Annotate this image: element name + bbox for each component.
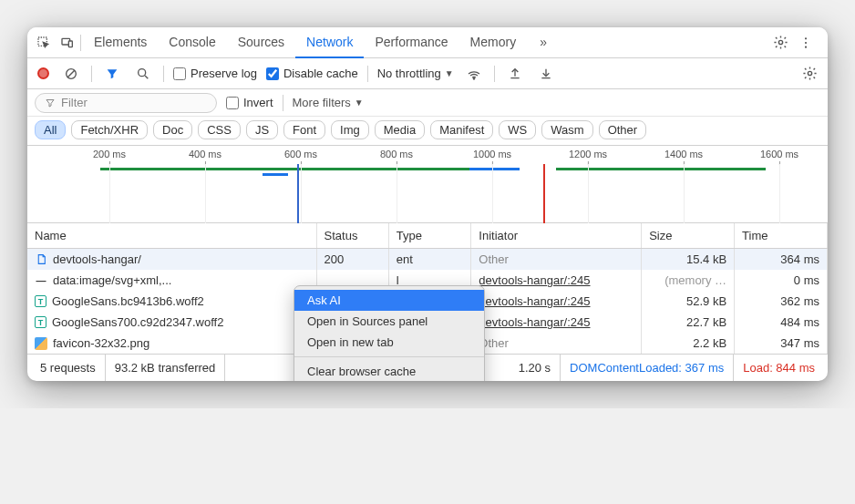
timeline-tick: 1600 ms	[760, 149, 798, 159]
download-har-icon[interactable]	[535, 63, 557, 85]
chip-css[interactable]: CSS	[198, 120, 241, 139]
svg-point-3	[778, 40, 782, 44]
timeline-overview[interactable]: 200 ms400 ms600 ms800 ms1000 ms1200 ms14…	[27, 146, 828, 223]
clear-icon[interactable]	[60, 63, 82, 85]
filter-placeholder: Filter	[61, 96, 88, 109]
svg-point-11	[473, 77, 474, 78]
col-time[interactable]: Time	[735, 223, 828, 249]
ctx-ask-ai[interactable]: Ask AI	[294, 290, 484, 311]
timeline-tick: 1400 ms	[664, 149, 703, 159]
tab-memory[interactable]: Memory	[459, 27, 528, 58]
invert-checkbox[interactable]: Invert	[226, 96, 273, 109]
filter-input[interactable]: Filter	[35, 93, 217, 113]
filter-row: Filter Invert More filters▼	[27, 89, 828, 117]
devtools-window: ElementsConsoleSourcesNetworkPerformance…	[27, 27, 828, 381]
network-settings-icon[interactable]	[798, 63, 820, 85]
timeline-tick: 400 ms	[189, 149, 221, 159]
funnel-icon	[45, 98, 56, 108]
timeline-tick: 800 ms	[380, 149, 413, 159]
throttling-select[interactable]: No throttling ▼	[377, 67, 454, 80]
chip-ws[interactable]: WS	[499, 120, 536, 139]
svg-point-12	[808, 71, 811, 75]
more-tabs-button[interactable]: »	[529, 27, 558, 58]
tab-sources[interactable]: Sources	[227, 27, 295, 58]
filter-toggle-icon[interactable]	[101, 63, 123, 85]
settings-gear-icon[interactable]	[769, 32, 791, 54]
chip-other[interactable]: Other	[599, 120, 647, 139]
svg-point-5	[805, 41, 807, 43]
footer-requests: 5 requests	[31, 355, 106, 381]
context-menu: Ask AIOpen in Sources panelOpen in new t…	[294, 285, 485, 381]
table-header-row: Name Status Type Initiator Size Time	[27, 223, 828, 249]
table-row[interactable]: devtools-hangar/200entOther15.4 kB364 ms	[27, 249, 828, 271]
document-icon	[35, 253, 47, 266]
timeline-tick: 1200 ms	[569, 149, 607, 159]
col-status[interactable]: Status	[316, 223, 388, 249]
footer-transferred: 93.2 kB transferred	[106, 355, 226, 381]
file-name: GoogleSans700.c92d2347.woff2	[52, 315, 223, 329]
chip-font[interactable]: Font	[283, 120, 325, 139]
file-name: favicon-32x32.png	[53, 336, 149, 350]
chip-fetch-xhr[interactable]: Fetch/XHR	[71, 120, 148, 139]
svg-line-10	[145, 76, 148, 78]
svg-point-9	[139, 68, 146, 76]
chip-js[interactable]: JS	[246, 120, 278, 139]
device-toggle-icon[interactable]	[57, 32, 78, 54]
file-name: data:image/svg+xml,...	[53, 273, 171, 287]
timeline-tick: 200 ms	[93, 149, 126, 159]
svg-point-4	[805, 37, 807, 39]
network-conditions-icon[interactable]	[463, 63, 485, 85]
divider	[80, 35, 81, 51]
image-icon	[35, 337, 47, 350]
chip-all[interactable]: All	[35, 120, 66, 139]
preserve-log-checkbox[interactable]: Preserve log	[173, 67, 257, 80]
ctx-open-in-sources-panel[interactable]: Open in Sources panel	[294, 311, 484, 332]
upload-har-icon[interactable]	[504, 63, 526, 85]
font-icon: T	[35, 316, 46, 328]
svg-rect-2	[68, 41, 72, 47]
footer-dcl: DOMContentLoaded: 367 ms	[561, 355, 734, 381]
file-name: GoogleSans.bc9413b6.woff2	[52, 294, 204, 308]
chip-img[interactable]: Img	[331, 120, 369, 139]
timeline-tick: 1000 ms	[473, 149, 511, 159]
more-filters-button[interactable]: More filters▼	[293, 96, 364, 109]
file-name: devtools-hangar/	[53, 252, 141, 266]
tabs-host: ElementsConsoleSourcesNetworkPerformance…	[83, 27, 527, 58]
resource-chips: AllFetch/XHRDocCSSJSFontImgMediaManifest…	[27, 117, 828, 146]
font-icon: T	[35, 295, 46, 307]
network-toolbar: Preserve log Disable cache No throttling…	[27, 58, 828, 89]
col-name[interactable]: Name	[27, 223, 316, 249]
tab-performance[interactable]: Performance	[364, 27, 458, 58]
svg-point-6	[805, 46, 807, 47]
disable-cache-checkbox[interactable]: Disable cache	[266, 67, 358, 80]
col-type[interactable]: Type	[388, 223, 471, 249]
ctx-open-in-new-tab[interactable]: Open in new tab	[294, 332, 484, 353]
inspect-icon[interactable]	[33, 32, 55, 54]
chip-doc[interactable]: Doc	[153, 120, 192, 139]
tabs-bar: ElementsConsoleSourcesNetworkPerformance…	[27, 27, 828, 58]
search-icon[interactable]	[132, 63, 154, 85]
col-initiator[interactable]: Initiator	[471, 223, 642, 249]
tab-network[interactable]: Network	[295, 27, 364, 58]
footer-load: Load: 844 ms	[734, 355, 824, 381]
timeline-tick: 600 ms	[284, 149, 317, 159]
tab-elements[interactable]: Elements	[83, 27, 158, 58]
chip-manifest[interactable]: Manifest	[430, 120, 493, 139]
chip-media[interactable]: Media	[375, 120, 425, 139]
ctx-clear-browser-cache[interactable]: Clear browser cache	[294, 361, 484, 381]
record-button[interactable]	[35, 66, 51, 82]
chip-wasm[interactable]: Wasm	[541, 120, 592, 139]
col-size[interactable]: Size	[642, 223, 735, 249]
tab-console[interactable]: Console	[158, 27, 226, 58]
kebab-menu-icon[interactable]	[795, 32, 817, 54]
svg-line-8	[67, 70, 75, 77]
data-uri-icon: —	[35, 274, 47, 287]
